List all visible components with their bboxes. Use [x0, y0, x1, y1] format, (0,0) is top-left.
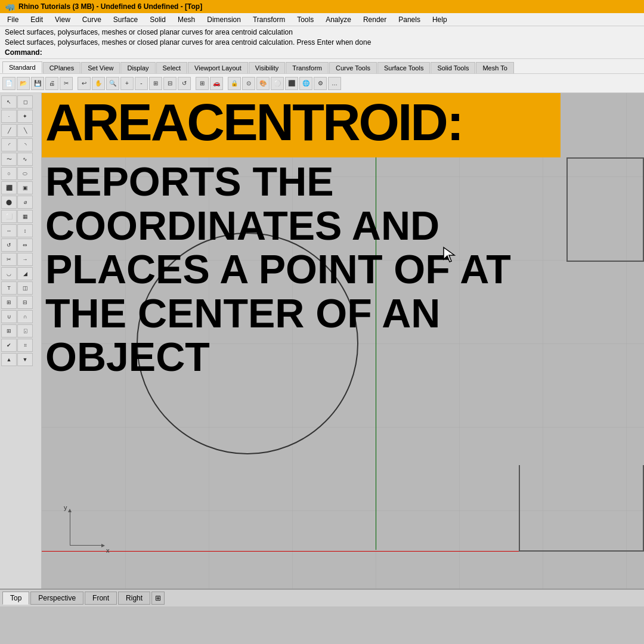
lt-bool[interactable]: ∪ [1, 310, 17, 323]
btab-right[interactable]: Right [118, 592, 150, 605]
lt-trig[interactable]: ▼ [17, 353, 33, 366]
icon-pan[interactable]: ✋ [92, 77, 105, 90]
icon-zoomin[interactable]: + [120, 77, 134, 90]
lt-chamfer[interactable]: ◢ [17, 267, 33, 280]
btab-perspective[interactable]: Perspective [30, 592, 83, 605]
menu-dimension[interactable]: Dimension [202, 14, 246, 25]
tab-curvetools[interactable]: Curve Tools [329, 62, 377, 73]
lt-surf[interactable]: ⬜ [1, 210, 17, 223]
icon-lock[interactable]: 🔒 [228, 77, 241, 90]
btab-front[interactable]: Front [85, 592, 117, 605]
menu-surface[interactable]: Surface [109, 14, 143, 25]
tab-display[interactable]: Display [120, 62, 155, 73]
toolbar-icons: 📄 📂 💾 🖨 ✂ ↩ ✋ 🔍 + - ⊞ ⊟ ↺ ⊞ 🚗 🔒 ⊙ 🎨 ⚪ ⬛ … [0, 73, 644, 92]
icon-settings[interactable]: ⚙ [314, 77, 327, 90]
menu-panels[interactable]: Panels [394, 14, 425, 25]
menu-tools[interactable]: Tools [292, 14, 318, 25]
viewport[interactable]: AREACENTROID: REPORTS THE COORDINATES AN… [42, 93, 644, 589]
tab-standard[interactable]: Standard [2, 61, 42, 73]
lt-mesh[interactable]: ⊞ [1, 324, 17, 338]
icon-undo[interactable]: ↩ [78, 77, 91, 90]
icon-zoomsel[interactable]: ⊟ [163, 77, 177, 90]
lt-scale[interactable]: ↕ [17, 224, 33, 237]
lt-mirror[interactable]: ⇔ [17, 239, 33, 252]
lt-grp[interactable]: ⊞ [1, 296, 17, 309]
lt-cyl[interactable]: ⌀ [17, 196, 33, 209]
icon-car[interactable]: 🚗 [210, 77, 223, 90]
tab-setview[interactable]: Set View [81, 62, 120, 73]
lt-box2[interactable]: ▣ [17, 181, 33, 194]
icon-grid[interactable]: ⊞ [196, 77, 209, 90]
menu-file[interactable]: File [2, 14, 23, 25]
lt-check[interactable]: ✔ [1, 339, 17, 352]
lt-curve2[interactable]: ∿ [17, 153, 33, 166]
lt-circle[interactable]: ○ [1, 167, 17, 180]
main-layout: ↖◻ ·✦ ╱╲ ◜◝ 〜∿ ○⬭ ⬛▣ ⬤⌀ ⬜▦ ↔↕ ↺⇔ ✂→ ◡◢ T… [0, 93, 644, 606]
icon-zoomout[interactable]: - [135, 77, 148, 90]
tab-viewportlayout[interactable]: Viewport Layout [188, 62, 248, 73]
lt-point[interactable]: · [1, 110, 17, 123]
lt-extend[interactable]: → [17, 253, 33, 266]
menu-view[interactable]: View [50, 14, 75, 25]
menu-analyze[interactable]: Analyze [321, 14, 356, 25]
svg-marker-1 [444, 247, 454, 262]
lt-trim[interactable]: ✂ [1, 253, 17, 266]
lt-curve[interactable]: 〜 [1, 153, 17, 166]
rect-shape-lower [519, 465, 644, 552]
icon-new[interactable]: 📄 [2, 77, 16, 90]
lt-select2[interactable]: ◻ [17, 95, 33, 109]
icon-more[interactable]: … [328, 77, 341, 90]
tab-visibility[interactable]: Visibility [249, 62, 286, 73]
lt-dim[interactable]: ◫ [17, 281, 33, 295]
icon-open[interactable]: 📂 [17, 77, 30, 90]
lt-bool2[interactable]: ∩ [17, 310, 33, 323]
lt-meshb[interactable]: ⌺ [17, 324, 33, 338]
lt-ellipse[interactable]: ⬭ [17, 167, 33, 180]
lt-tri[interactable]: ▲ [1, 353, 17, 366]
tab-transform[interactable]: Transform [286, 62, 329, 73]
lt-tag[interactable]: ⌗ [17, 339, 33, 352]
icon-render[interactable]: 🌐 [299, 77, 312, 90]
icon-sphere[interactable]: ⚪ [271, 77, 284, 90]
menu-curve[interactable]: Curve [78, 14, 106, 25]
tab-solidtools[interactable]: Solid Tools [431, 62, 475, 73]
tab-cplanes[interactable]: CPlanes [43, 62, 81, 73]
icon-zoom[interactable]: 🔍 [106, 77, 119, 90]
menu-help[interactable]: Help [428, 14, 452, 25]
icon-snap[interactable]: ⊙ [242, 77, 255, 90]
icon-cut[interactable]: ✂ [60, 77, 73, 90]
axis-x-line [70, 545, 103, 546]
lt-point2[interactable]: ✦ [17, 110, 33, 123]
menu-transform[interactable]: Transform [248, 14, 290, 25]
lt-sph[interactable]: ⬤ [1, 196, 17, 209]
menu-edit[interactable]: Edit [26, 14, 48, 25]
annotation-body: REPORTS THE COORDINATES AND PLACES A POI… [45, 160, 558, 379]
lt-text[interactable]: T [1, 281, 17, 295]
lt-surf2[interactable]: ▦ [17, 210, 33, 223]
icon-rot[interactable]: ↺ [178, 77, 191, 90]
btab-add[interactable]: ⊞ [151, 592, 165, 605]
lt-grp2[interactable]: ⊟ [17, 296, 33, 309]
lt-rotate[interactable]: ↺ [1, 239, 17, 252]
tab-surfacetools[interactable]: Surface Tools [377, 62, 430, 73]
lt-arc[interactable]: ◜ [1, 138, 17, 151]
lt-line[interactable]: ╱ [1, 124, 17, 137]
lt-box[interactable]: ⬛ [1, 181, 17, 194]
menu-render[interactable]: Render [358, 14, 391, 25]
cursor [442, 246, 457, 263]
tab-select[interactable]: Select [156, 62, 188, 73]
icon-save[interactable]: 💾 [31, 77, 44, 90]
icon-zoomext[interactable]: ⊞ [149, 77, 162, 90]
icon-solid[interactable]: ⬛ [285, 77, 298, 90]
lt-select[interactable]: ↖ [1, 95, 17, 109]
icon-color[interactable]: 🎨 [256, 77, 270, 90]
menu-mesh[interactable]: Mesh [173, 14, 200, 25]
lt-fillet[interactable]: ◡ [1, 267, 17, 280]
lt-arc2[interactable]: ◝ [17, 138, 33, 151]
btab-top[interactable]: Top [2, 592, 29, 605]
icon-print[interactable]: 🖨 [45, 77, 58, 90]
lt-line2[interactable]: ╲ [17, 124, 33, 137]
tab-meshtoo[interactable]: Mesh To [476, 62, 513, 73]
menu-solid[interactable]: Solid [145, 14, 171, 25]
lt-move[interactable]: ↔ [1, 224, 17, 237]
